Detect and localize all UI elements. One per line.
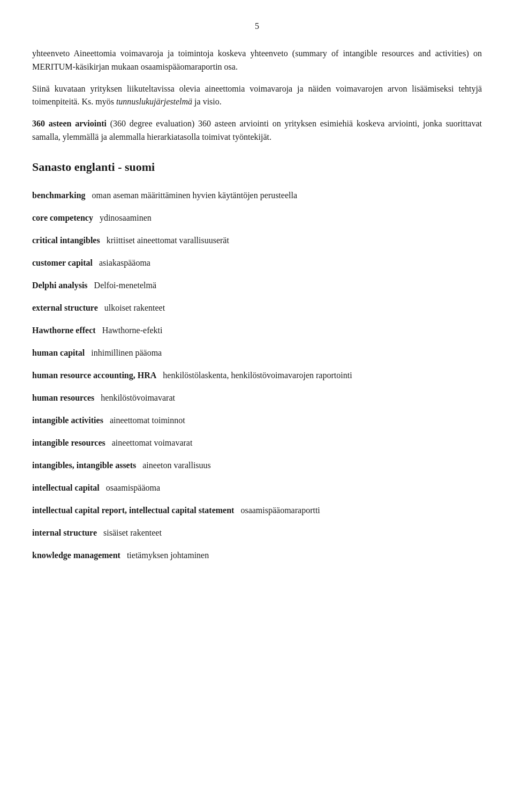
- glossary-definition: asiakaspääoma: [99, 257, 150, 269]
- glossary-definition: Hawthorne-efekti: [102, 324, 163, 337]
- glossary-entry: intellectual capital report, intellectua…: [32, 504, 482, 517]
- intro-text-2: Siinä kuvataan yrityksen liikuteltavissa…: [32, 84, 482, 107]
- glossary-definition: aineeton varallisuus: [142, 459, 211, 472]
- glossary-entry: benchmarkingoman aseman määrittäminen hy…: [32, 189, 482, 202]
- glossary-definition: aineettomat voimavarat: [112, 437, 193, 449]
- glossary-term: human resource accounting, HRA: [32, 369, 156, 382]
- section-360: 360 asteen arviointi (360 degree evaluat…: [32, 117, 482, 144]
- glossary-term: core competency: [32, 212, 93, 224]
- glossary-term: knowledge management: [32, 549, 120, 562]
- glossary-entry: Delphi analysisDelfoi-menetelmä: [32, 279, 482, 292]
- glossary-term: human capital: [32, 347, 85, 359]
- glossary-entry: human resource accounting, HRAhenkilöstö…: [32, 369, 482, 382]
- page-number: 5: [32, 21, 482, 31]
- glossary-term: intellectual capital: [32, 482, 100, 494]
- glossary-entry: external structureulkoiset rakenteet: [32, 302, 482, 314]
- glossary-term: customer capital: [32, 257, 93, 269]
- glossary-term: intellectual capital report, intellectua…: [32, 504, 234, 517]
- italic-term: tunnuslukujärjestelmä: [116, 97, 192, 106]
- glossary-term: intangible activities: [32, 414, 103, 427]
- glossary-definition: tietämyksen johtaminen: [127, 549, 209, 562]
- glossary-entry: intangible activitiesaineettomat toiminn…: [32, 414, 482, 427]
- glossary-title: Sanasto englanti - suomi: [32, 160, 482, 174]
- glossary-term: intangibles, intangible assets: [32, 459, 136, 472]
- glossary-definition: inhimillinen pääoma: [91, 347, 162, 359]
- glossary-definition: ydinosaaminen: [100, 212, 152, 224]
- glossary-term: internal structure: [32, 527, 97, 539]
- intro-paragraph-2: Siinä kuvataan yrityksen liikuteltavissa…: [32, 82, 482, 109]
- glossary-entry: customer capitalasiakaspääoma: [32, 257, 482, 269]
- glossary-entry: knowledge managementtietämyksen johtamin…: [32, 549, 482, 562]
- glossary-definition: oman aseman määrittäminen hyvien käytänt…: [92, 189, 297, 202]
- glossary-term: benchmarking: [32, 189, 86, 202]
- glossary-definition: sisäiset rakenteet: [103, 527, 162, 539]
- glossary-entry: Hawthorne effectHawthorne-efekti: [32, 324, 482, 337]
- glossary-entry: intangible resourcesaineettomat voimavar…: [32, 437, 482, 449]
- glossary-definition: osaamispääomaraportti: [240, 504, 320, 517]
- glossary-definition: ulkoiset rakenteet: [104, 302, 165, 314]
- glossary-entry: core competencyydinosaaminen: [32, 212, 482, 224]
- glossary-definition: Delfoi-menetelmä: [94, 279, 156, 292]
- glossary-definition: osaamispääoma: [106, 482, 160, 494]
- glossary-entry: intangibles, intangible assetsaineeton v…: [32, 459, 482, 472]
- glossary-list: benchmarkingoman aseman määrittäminen hy…: [32, 189, 482, 562]
- intro-text-1: yhteenveto Aineettomia voimavaroja ja to…: [32, 49, 482, 71]
- glossary-term: Delphi analysis: [32, 279, 88, 292]
- glossary-term: intangible resources: [32, 437, 105, 449]
- glossary-term: human resources: [32, 392, 94, 404]
- glossary-entry: human capitalinhimillinen pääoma: [32, 347, 482, 359]
- glossary-term: Hawthorne effect: [32, 324, 96, 337]
- intro-text-2-end: ja visio.: [192, 97, 222, 106]
- glossary-entry: internal structuresisäiset rakenteet: [32, 527, 482, 539]
- glossary-definition: henkilöstölaskenta, henkilöstövoimavaroj…: [163, 369, 352, 382]
- glossary-definition: henkilöstövoimavarat: [101, 392, 175, 404]
- glossary-definition: aineettomat toiminnot: [110, 414, 185, 427]
- glossary-term: external structure: [32, 302, 98, 314]
- glossary-entry: intellectual capitalosaamispääoma: [32, 482, 482, 494]
- intro-paragraph-1: yhteenveto Aineettomia voimavaroja ja to…: [32, 47, 482, 74]
- glossary-term: critical intangibles: [32, 234, 100, 247]
- glossary-definition: kriittiset aineettomat varallisuuserät: [107, 234, 229, 247]
- glossary-entry: critical intangibleskriittiset aineettom…: [32, 234, 482, 247]
- term-360: 360 asteen arviointi: [32, 119, 107, 128]
- glossary-entry: human resourceshenkilöstövoimavarat: [32, 392, 482, 404]
- paren-360: (360 degree evaluation): [107, 119, 198, 128]
